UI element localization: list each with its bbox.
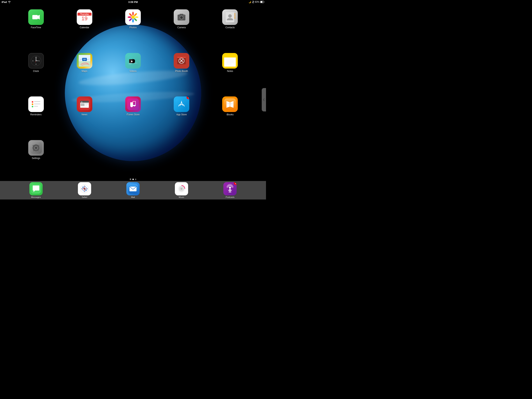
svg-point-22 xyxy=(228,14,232,18)
podcasts-label: Podcasts xyxy=(226,196,234,198)
svg-point-99 xyxy=(35,147,37,149)
app-itunes[interactable]: iTunes Store xyxy=(109,93,157,137)
app-maps[interactable]: 280 ⬆ Maps xyxy=(60,50,109,93)
app-notes[interactable]: Notes xyxy=(206,50,254,93)
svg-point-126 xyxy=(229,187,231,188)
svg-point-8 xyxy=(134,16,139,18)
dock-safari[interactable]: Safari xyxy=(78,182,91,198)
scroll-handle[interactable] xyxy=(262,88,266,111)
itunes-icon xyxy=(125,97,141,112)
svg-point-7 xyxy=(133,13,138,17)
videos-label: Videos xyxy=(129,70,137,72)
empty-slot-4 xyxy=(206,137,254,180)
mail-icon xyxy=(126,182,140,195)
safari-icon xyxy=(78,182,91,195)
moon-icon: 🌙 xyxy=(248,1,251,3)
svg-rect-77 xyxy=(85,104,89,105)
facetime-icon xyxy=(28,9,44,25)
svg-rect-79 xyxy=(81,106,88,107)
app-clock[interactable]: 12 3 6 9 Clock xyxy=(12,50,60,93)
app-facetime[interactable]: FaceTime xyxy=(12,6,60,50)
svg-rect-92 xyxy=(227,103,230,103)
app-camera[interactable]: Camera xyxy=(157,6,206,50)
svg-point-9 xyxy=(133,18,138,22)
appstore-badge: 1 xyxy=(187,97,189,99)
svg-point-17 xyxy=(184,15,184,16)
app-photos[interactable]: Photos xyxy=(109,6,157,50)
notes-icon xyxy=(222,53,238,69)
svg-rect-3 xyxy=(32,15,38,19)
app-settings[interactable]: Settings xyxy=(12,137,60,180)
photobooth-icon xyxy=(174,53,189,69)
photos-label: Photos xyxy=(129,26,137,29)
svg-rect-60 xyxy=(224,58,236,67)
contacts-label: Contacts xyxy=(226,26,235,29)
music-label: Music xyxy=(179,196,184,198)
svg-point-10 xyxy=(132,19,134,23)
svg-rect-71 xyxy=(34,106,38,107)
dock-music[interactable]: Music xyxy=(175,182,188,198)
svg-point-66 xyxy=(32,101,33,103)
photos-icon xyxy=(125,9,141,25)
svg-rect-20 xyxy=(234,16,235,16)
status-time: 3:09 PM xyxy=(128,0,138,4)
wifi-icon xyxy=(8,1,11,3)
news-icon: N xyxy=(77,97,92,112)
svg-point-11 xyxy=(128,18,133,22)
svg-rect-44 xyxy=(129,64,132,64)
svg-rect-100 xyxy=(36,144,36,145)
camera-icon xyxy=(174,9,189,25)
svg-point-14 xyxy=(132,16,134,19)
clock-icon: 12 3 6 9 xyxy=(28,53,44,69)
status-right: 🌙 60% xyxy=(248,0,265,3)
svg-point-124 xyxy=(181,188,183,190)
app-ibooks[interactable]: iBooks xyxy=(206,93,254,137)
svg-rect-48 xyxy=(177,57,186,58)
notes-label: Notes xyxy=(227,70,233,72)
messages-label: Messages xyxy=(31,196,41,198)
app-calendar[interactable]: Thursday 19 Calendar xyxy=(60,6,109,50)
next-page-dot xyxy=(135,179,136,180)
safari-label: Safari xyxy=(82,196,87,198)
messages-icon xyxy=(29,182,43,195)
svg-text:⬆: ⬆ xyxy=(84,60,85,62)
app-appstore[interactable]: A 1 App Store xyxy=(157,93,206,137)
dock-messages[interactable]: Messages xyxy=(29,182,43,198)
app-contacts[interactable]: Contacts xyxy=(206,6,254,50)
app-photobooth[interactable]: Photo Booth xyxy=(157,50,206,93)
svg-rect-127 xyxy=(229,188,231,191)
maps-label: Maps xyxy=(82,70,87,72)
dock-mail[interactable]: Mail xyxy=(126,182,140,198)
svg-point-6 xyxy=(132,12,134,16)
dock: Messages Safari xyxy=(0,181,266,200)
dock-podcasts[interactable]: 2 Podcasts xyxy=(223,182,237,198)
settings-label: Settings xyxy=(32,157,40,160)
itunes-label: iTunes Store xyxy=(126,113,140,116)
device-label: iPad xyxy=(1,0,7,4)
empty-slot-2 xyxy=(109,137,157,180)
svg-rect-103 xyxy=(38,148,40,148)
svg-rect-1 xyxy=(260,1,262,3)
svg-rect-94 xyxy=(230,103,233,103)
app-reminders[interactable]: Reminders xyxy=(12,93,60,137)
svg-point-67 xyxy=(32,103,33,105)
svg-rect-87 xyxy=(130,102,133,106)
svg-rect-2 xyxy=(264,1,264,3)
battery-pct: 60% xyxy=(255,0,259,3)
svg-rect-101 xyxy=(36,150,36,152)
svg-rect-21 xyxy=(234,18,235,18)
appstore-icon: A 1 xyxy=(174,97,189,112)
bluetooth-icon xyxy=(252,0,254,3)
svg-text:3: 3 xyxy=(38,60,39,62)
svg-text:N: N xyxy=(81,101,82,103)
calendar-label: Calendar xyxy=(80,26,89,29)
mail-label: Mail xyxy=(131,196,135,198)
calendar-icon: Thursday 19 xyxy=(77,9,92,25)
app-videos[interactable]: Videos xyxy=(109,50,157,93)
svg-rect-78 xyxy=(85,105,88,106)
svg-marker-4 xyxy=(38,15,40,19)
app-news[interactable]: N News xyxy=(60,93,109,137)
calendar-day: Thursday xyxy=(77,13,92,16)
svg-point-13 xyxy=(128,13,133,17)
app-grid: FaceTime Thursday 19 Calendar xyxy=(12,6,254,180)
